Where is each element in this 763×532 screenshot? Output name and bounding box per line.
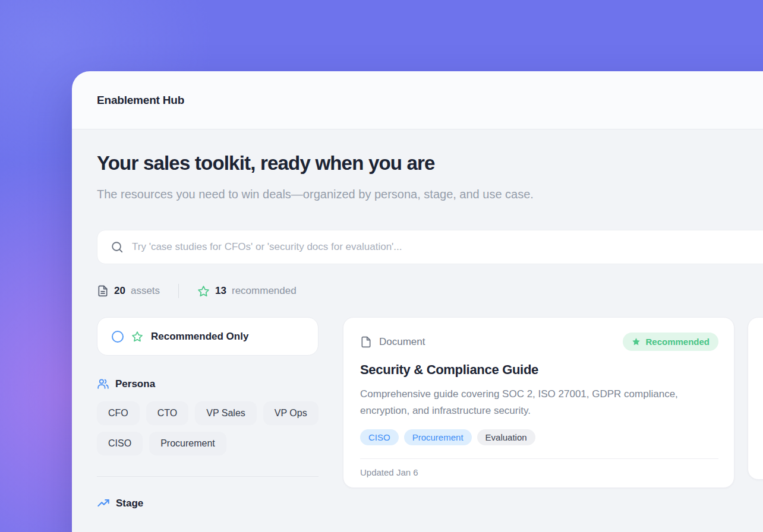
star-icon bbox=[197, 285, 210, 297]
file-text-icon bbox=[97, 285, 109, 297]
persona-chip-procurement[interactable]: Procurement bbox=[149, 432, 226, 455]
persona-chip-vp-ops[interactable]: VP Ops bbox=[263, 401, 319, 425]
file-icon bbox=[360, 336, 372, 348]
stats-divider bbox=[178, 284, 179, 298]
asset-card-security-compliance[interactable]: Document Recommended Security & Complian… bbox=[343, 317, 734, 488]
card-tags: CISO Procurement Evaluation bbox=[360, 429, 718, 445]
users-icon bbox=[97, 378, 109, 390]
recommended-count: 13 bbox=[215, 285, 226, 297]
star-filled-icon bbox=[632, 337, 641, 346]
cards-grid: Document Recommended Security & Complian… bbox=[343, 317, 763, 488]
persona-chip-vp-sales[interactable]: VP Sales bbox=[195, 401, 257, 425]
sidebar-divider bbox=[97, 476, 319, 477]
card-type-label: Document bbox=[379, 336, 425, 348]
persona-group-label: Persona bbox=[115, 378, 155, 390]
panel-body: Your sales toolkit, ready when you are T… bbox=[72, 129, 763, 532]
radio-circle-icon[interactable] bbox=[112, 331, 124, 343]
page-subtitle: The resources you need to win deals—orga… bbox=[97, 184, 560, 205]
star-icon bbox=[131, 331, 143, 343]
stats-row: 20 assets 13 recommended bbox=[97, 284, 763, 298]
assets-count: 20 bbox=[114, 285, 125, 297]
enablement-hub-panel: Enablement Hub Your sales toolkit, ready… bbox=[72, 71, 763, 532]
persona-chip-ciso[interactable]: CISO bbox=[97, 432, 143, 455]
stage-group-label: Stage bbox=[116, 498, 143, 509]
persona-filter-group: Persona CFO CTO VP Sales VP Ops CISO Pro… bbox=[97, 378, 319, 455]
panel-header: Enablement Hub bbox=[72, 71, 763, 129]
page-title: Your sales toolkit, ready when you are bbox=[97, 152, 763, 175]
card-updated: Updated Jan 6 bbox=[360, 458, 718, 487]
card-tag-procurement: Procurement bbox=[404, 429, 472, 445]
persona-chip-cto[interactable]: CTO bbox=[146, 401, 188, 425]
recommended-only-toggle[interactable]: Recommended Only bbox=[97, 317, 319, 356]
stage-filter-group: Stage bbox=[97, 497, 319, 510]
recommended-badge-label: Recommended bbox=[645, 337, 710, 347]
search-input[interactable] bbox=[132, 241, 763, 253]
search-icon bbox=[111, 240, 124, 254]
trending-up-icon bbox=[97, 497, 110, 510]
recommended-label: recommended bbox=[232, 285, 297, 297]
card-title: Security & Compliance Guide bbox=[360, 362, 718, 379]
card-description: Comprehensive guide covering SOC 2, ISO … bbox=[360, 386, 704, 419]
search-bar[interactable] bbox=[97, 230, 763, 264]
recommended-badge: Recommended bbox=[623, 332, 718, 351]
card-tag-ciso: CISO bbox=[360, 429, 399, 445]
persona-chip-cfo[interactable]: CFO bbox=[97, 401, 140, 425]
filter-sidebar: Recommended Only Persona bbox=[97, 317, 319, 510]
recommended-only-label: Recommended Only bbox=[151, 331, 248, 343]
content-row: Recommended Only Persona bbox=[97, 317, 763, 510]
assets-label: assets bbox=[131, 285, 160, 297]
app-title: Enablement Hub bbox=[97, 94, 184, 107]
persona-chips: CFO CTO VP Sales VP Ops CISO Procurement bbox=[97, 401, 319, 455]
card-tag-evaluation: Evaluation bbox=[477, 429, 535, 445]
asset-card-partial[interactable] bbox=[748, 317, 763, 480]
